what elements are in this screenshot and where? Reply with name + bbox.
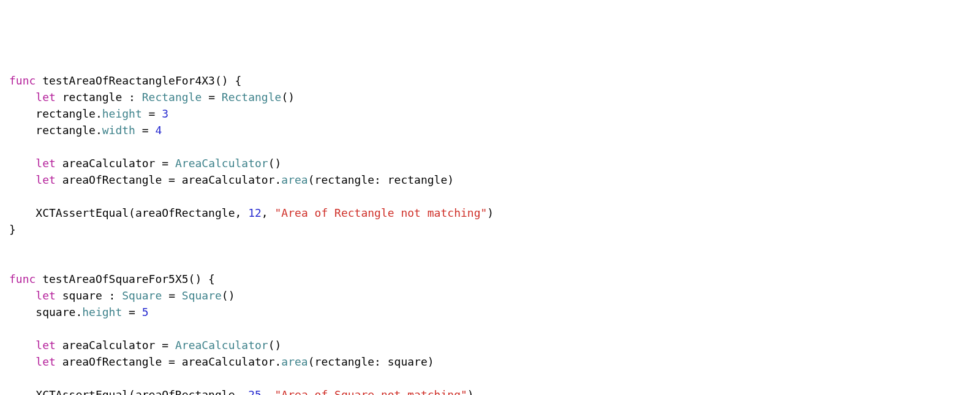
code-token-plain: = [142,107,162,120]
code-line[interactable]: XCTAssertEqual(areaOfRectangle, 12, "Are… [9,205,971,221]
indent [9,107,36,120]
code-line[interactable]: } [9,221,971,238]
code-token-method: area [281,173,307,186]
indent [9,91,36,103]
code-line[interactable]: XCTAssertEqual(areaOfRectangle, 25, "Are… [9,386,971,395]
code-line[interactable] [9,188,971,205]
code-token-plain: } [9,223,16,236]
code-token-type: Rectangle [142,91,202,103]
code-token-keyword: func [9,74,42,87]
code-token-number: 3 [162,107,168,120]
code-token-keyword: func [9,273,42,285]
code-token-plain: ) [467,388,474,395]
code-token-plain: XCTAssertEqual [36,206,129,219]
indent [9,157,36,170]
code-line[interactable] [9,238,971,254]
code-line[interactable]: func testAreaOfSquareFor5X5() { [9,271,971,287]
code-token-plain: rectangle. [36,124,102,137]
code-token-plain: (areaOfRectangle, [129,206,248,219]
code-token-plain: = [202,91,222,103]
code-token-plain: = [122,306,142,318]
code-token-plain: areaCalculator = [62,339,175,352]
code-token-string: "Area of Rectangle not matching" [275,206,488,219]
code-line[interactable]: func testAreaOfReactangleFor4X3() { [9,72,971,89]
code-token-plain: () [268,157,282,170]
code-token-keyword: let [36,339,62,352]
code-token-plain: (areaOfRectangle, [129,388,248,395]
indent [9,173,36,186]
code-token-plain: (rectangle: rectangle) [308,173,454,186]
code-token-plain: (rectangle: square) [308,355,434,368]
code-token-type: Rectangle [222,91,282,103]
code-token-plain: = [135,124,156,137]
code-line[interactable]: let areaOfRectangle = areaCalculator.are… [9,171,971,188]
indent [9,388,36,395]
code-token-type: Square [122,289,162,302]
code-token-plain: testAreaOfReactangleFor4X3() { [42,74,241,87]
code-token-plain: () [281,91,295,103]
code-token-plain: areaCalculator = [62,157,175,170]
code-line[interactable]: let areaCalculator = AreaCalculator() [9,155,971,171]
code-line[interactable]: let rectangle : Rectangle = Rectangle() [9,89,971,105]
code-token-type: AreaCalculator [175,157,268,170]
code-line[interactable]: square.height = 5 [9,304,971,320]
indent [9,339,36,352]
code-token-property: height [82,306,122,318]
code-line[interactable]: let areaCalculator = AreaCalculator() [9,337,971,353]
indent [9,124,36,137]
code-token-plain: testAreaOfSquareFor5X5() { [42,273,215,285]
code-line[interactable] [9,254,971,271]
code-line[interactable]: rectangle.width = 4 [9,122,971,138]
code-line[interactable] [9,370,971,386]
indent [9,289,36,302]
code-token-method: area [281,355,307,368]
code-editor[interactable]: func testAreaOfReactangleFor4X3() { let … [9,72,971,395]
indent [9,355,36,368]
code-line[interactable]: let square : Square = Square() [9,287,971,304]
code-token-keyword: let [36,173,62,186]
code-token-plain: ) [487,206,494,219]
code-token-plain: = [162,289,182,302]
code-token-plain: XCTAssertEqual [36,388,129,395]
code-token-property: width [102,124,135,137]
code-token-plain: , [262,388,275,395]
code-token-plain: () [222,289,235,302]
code-line[interactable] [9,138,971,155]
indent [9,206,36,219]
code-token-keyword: let [36,157,62,170]
indent [9,306,36,318]
code-line[interactable]: rectangle.height = 3 [9,105,971,122]
code-token-plain: () [268,339,282,352]
code-token-type: AreaCalculator [175,339,268,352]
code-token-type: Square [182,289,222,302]
code-token-keyword: let [36,91,62,103]
code-token-number: 12 [248,206,262,219]
code-token-plain: areaOfRectangle = areaCalculator. [62,173,282,186]
code-token-plain: square : [62,289,123,302]
code-token-plain: square. [36,306,82,318]
code-token-number: 4 [155,124,162,137]
code-token-number: 25 [248,388,262,395]
code-token-number: 5 [142,306,149,318]
code-token-property: height [102,107,142,120]
code-token-keyword: let [36,355,62,368]
code-token-plain: rectangle. [36,107,102,120]
code-token-keyword: let [36,289,62,302]
code-token-plain: areaOfRectangle = areaCalculator. [62,355,282,368]
code-token-plain: rectangle : [62,91,142,103]
code-token-plain: , [262,206,275,219]
code-line[interactable]: let areaOfRectangle = areaCalculator.are… [9,353,971,370]
code-line[interactable] [9,320,971,337]
code-token-string: "Area of Square not matching" [275,388,467,395]
